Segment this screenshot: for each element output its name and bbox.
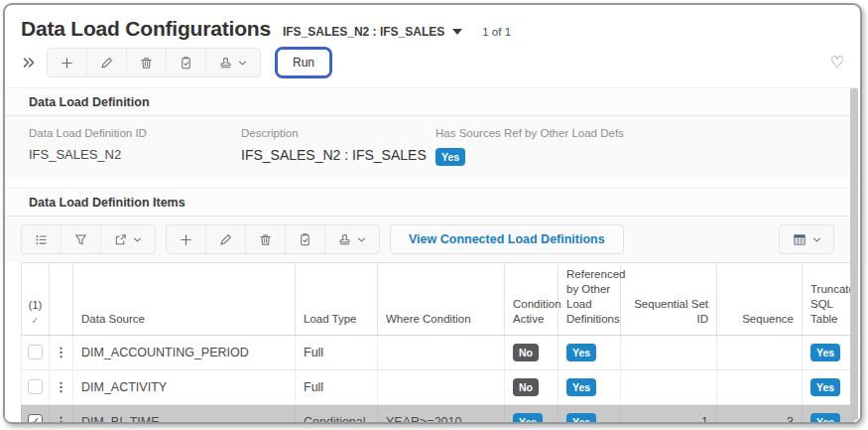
double-chevron-right-icon [21, 55, 37, 71]
selection-count-header[interactable]: (1) ✓ [22, 263, 50, 336]
list-icon [34, 232, 49, 247]
edit-item-button[interactable] [206, 225, 246, 253]
row-checkbox[interactable] [28, 345, 43, 359]
view-switcher-group [779, 224, 834, 254]
record-pagination: 1 of 1 [482, 26, 511, 38]
col-header-data-source[interactable]: Data Source [73, 263, 296, 336]
condition-active-badge: No [513, 378, 539, 396]
cell-load-type: Conditional [296, 404, 378, 424]
row-checkbox[interactable]: ✓ [28, 414, 43, 424]
row-menu-header [50, 263, 73, 336]
cell-data-source: DIM_ACTIVITY [73, 369, 296, 404]
col-header-sequence[interactable]: Sequence [717, 263, 803, 336]
row-menu-icon[interactable]: ⋮ [55, 414, 67, 424]
multi-select-button[interactable] [22, 225, 62, 253]
page-header: Data Load Configurations IFS_SALES_N2 : … [5, 5, 860, 41]
definition-fields: Data Load Definition ID IFS_SALES_N2 Des… [5, 116, 860, 180]
chevron-down-icon [811, 234, 822, 245]
table-row[interactable]: ✓ ⋮ DIM_BI_TIME Conditional YEAR>=2010 Y… [22, 404, 855, 424]
field-label: Data Load Definition ID [29, 127, 241, 139]
table-header-row: (1) ✓ Data Source Load Type Where Condit… [22, 263, 855, 336]
cell-sequence [717, 335, 803, 369]
filter-funnel-icon [73, 232, 88, 247]
main-toolbar: Run ♡ [5, 46, 860, 79]
items-table: (1) ✓ Data Source Load Type Where Condit… [5, 262, 860, 424]
pencil-icon [99, 56, 114, 71]
stamp-icon [218, 56, 233, 71]
col-header-sequential-set-id[interactable]: Sequential Set ID [621, 263, 717, 336]
data-load-definition-section: Data Load Definition Data Load Definitio… [5, 87, 860, 180]
table-row[interactable]: ⋮ DIM_ACCOUNTING_PERIOD Full No Yes Yes [22, 335, 855, 369]
plus-icon [60, 56, 74, 71]
filter-button[interactable] [62, 225, 101, 253]
field-definition-id: Data Load Definition ID IFS_SALES_N2 [29, 127, 241, 166]
vertical-scrollbar[interactable] [850, 88, 858, 420]
table-grid-icon [792, 232, 807, 247]
delete-item-button[interactable] [246, 225, 286, 253]
row-actions-group [166, 224, 380, 254]
delete-button[interactable] [127, 49, 167, 76]
table-row[interactable]: ⋮ DIM_ACTIVITY Full No Yes Yes [22, 369, 855, 404]
field-value: IFS_SALES_N2 : IFS_SALES [241, 147, 435, 163]
referenced-badge: Yes [566, 413, 596, 424]
stamp-menu-button[interactable] [325, 225, 379, 253]
pencil-icon [218, 232, 233, 247]
yes-badge: Yes [435, 148, 465, 166]
data-load-definition-items-section: Data Load Definition Items [5, 188, 860, 424]
cell-sequential-set-id [621, 369, 717, 404]
duplicate-item-button[interactable] [286, 225, 325, 253]
run-button-focus-ring: Run [275, 47, 332, 78]
cell-sequential-set-id [621, 335, 717, 369]
condition-active-badge: No [513, 344, 539, 361]
chevron-down-icon [452, 29, 462, 35]
truncate-badge: Yes [810, 344, 840, 361]
trash-icon [139, 56, 154, 71]
add-item-button[interactable] [167, 225, 206, 253]
row-menu-icon[interactable]: ⋮ [55, 379, 67, 394]
col-header-condition-active[interactable]: Condition Active [505, 263, 558, 336]
field-label: Description [241, 127, 435, 139]
table-view-menu-button[interactable] [780, 225, 833, 253]
referenced-badge: Yes [566, 344, 596, 361]
record-actions-group [47, 48, 261, 77]
truncate-badge: Yes [810, 413, 840, 424]
cell-data-source: DIM_BI_TIME [73, 404, 296, 424]
field-description: Description IFS_SALES_N2 : IFS_SALES [241, 127, 435, 166]
truncate-badge: Yes [810, 378, 840, 396]
page-title: Data Load Configurations [21, 17, 271, 41]
condition-active-badge: Yes [513, 413, 543, 424]
export-menu-button[interactable] [101, 225, 155, 253]
field-has-sources-ref: Has Sources Ref by Other Load Defs Yes [435, 127, 836, 166]
run-button[interactable]: Run [278, 50, 329, 75]
cell-load-type: Full [296, 369, 378, 404]
cell-where-condition: YEAR>=2010 [378, 404, 505, 424]
row-menu-icon[interactable]: ⋮ [55, 345, 67, 359]
cell-sequence [717, 369, 803, 404]
trash-icon [258, 232, 273, 247]
clipboard-check-icon [298, 232, 312, 247]
col-header-load-type[interactable]: Load Type [296, 263, 378, 336]
check-icon: ✓ [24, 314, 47, 327]
col-header-truncate-sql-table[interactable]: Truncate SQL Table [803, 263, 855, 336]
clipboard-check-icon [179, 56, 193, 71]
view-connected-load-definitions-button[interactable]: View Connected Load Definitions [390, 224, 624, 254]
stamp-menu-button[interactable] [206, 49, 260, 76]
chevron-down-icon [237, 58, 248, 69]
favorite-heart-icon[interactable]: ♡ [830, 55, 844, 71]
plus-icon [179, 232, 193, 247]
col-header-referenced[interactable]: Referenced by Other Load Definitions [558, 263, 621, 336]
chevron-down-icon [132, 234, 143, 245]
collapse-toolbar-button[interactable] [21, 55, 37, 71]
add-button[interactable] [48, 49, 87, 76]
chevron-down-icon [356, 234, 367, 245]
field-value: IFS_SALES_N2 [29, 147, 241, 162]
section-title: Data Load Definition [5, 88, 860, 116]
record-selector[interactable]: IFS_SALES_N2 : IFS_SALES [283, 25, 462, 39]
duplicate-button[interactable] [167, 49, 206, 76]
record-selector-label: IFS_SALES_N2 : IFS_SALES [283, 25, 444, 39]
section-title: Data Load Definition Items [5, 189, 860, 216]
items-toolbar: View Connected Load Definitions [5, 216, 860, 262]
row-checkbox[interactable] [28, 379, 43, 394]
edit-button[interactable] [87, 49, 127, 76]
col-header-where-condition[interactable]: Where Condition [378, 263, 505, 336]
